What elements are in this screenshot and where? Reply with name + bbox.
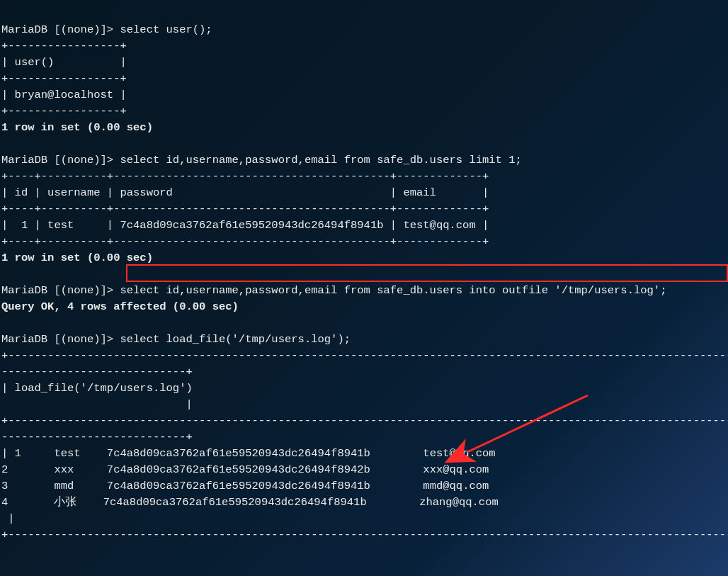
prompt: MariaDB [(none)]> — [1, 333, 120, 346]
table-border: +----+----------+-----------------------… — [1, 170, 489, 183]
sql-command: select user(); — [120, 23, 212, 36]
status-line: 1 row in set (0.00 sec) — [1, 121, 153, 134]
table-border: +----+----------+-----------------------… — [1, 235, 489, 248]
table-row: 3 mmd 7c4a8d09ca3762af61e59520943dc26494… — [1, 480, 489, 492]
prompt: MariaDB [(none)]> — [1, 154, 120, 166]
table-border: +---------------------------------------… — [1, 349, 728, 362]
table-border: ----------------------------+ — [1, 431, 193, 444]
prompt: MariaDB [(none)]> — [1, 23, 120, 36]
table-row: | bryan@localhost | — [1, 89, 127, 101]
table-header: | user() | — [1, 56, 127, 69]
table-row: 2 xxx 7c4a8d09ca3762af61e59520943dc26494… — [1, 463, 489, 476]
table-border: +-----------------+ — [1, 40, 127, 52]
table-row: 4 小张 7c4a8d09ca3762af61e59520943dc26494f… — [1, 496, 499, 509]
table-border: +-----------------+ — [1, 72, 127, 85]
table-header: | id | username | password | email | — [1, 186, 489, 199]
table-row: | 1 test 7c4a8d09ca3762af61e59520943dc26… — [1, 447, 496, 460]
table-border: | — [1, 512, 15, 525]
terminal-output[interactable]: MariaDB [(none)]> select user(); +------… — [1, 6, 727, 543]
table-row: | 1 | test | 7c4a8d09ca3762af61e59520943… — [1, 219, 489, 232]
sql-command-highlighted: select id,username,password,email from s… — [120, 284, 666, 297]
table-border: +-----------------+ — [1, 105, 127, 118]
status-line: 1 row in set (0.00 sec) — [1, 252, 153, 264]
table-border: +----+----------+-----------------------… — [1, 203, 489, 215]
table-header: | load_file('/tmp/users.log') — [1, 382, 193, 395]
sql-command: select load_file('/tmp/users.log'); — [120, 333, 351, 346]
status-line: Query OK, 4 rows affected (0.00 sec) — [1, 300, 239, 313]
table-border: | — [1, 398, 193, 411]
table-border: +---------------------------------------… — [1, 529, 728, 541]
table-border: +---------------------------------------… — [1, 414, 728, 427]
prompt: MariaDB [(none)]> — [1, 284, 120, 297]
sql-command: select id,username,password,email from s… — [120, 154, 521, 166]
table-border: ----------------------------+ — [1, 366, 193, 378]
